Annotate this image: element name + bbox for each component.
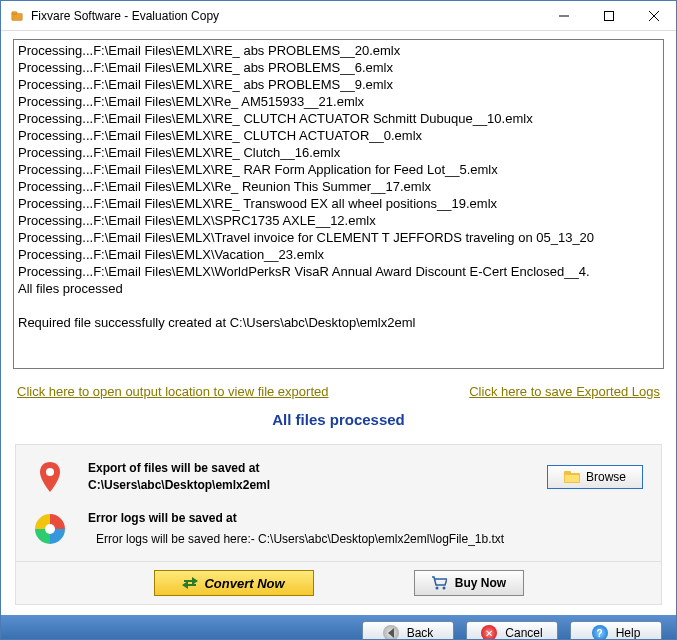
footer: Back ✕ Cancel ? Help: [1, 615, 676, 640]
convert-label: Convert Now: [204, 576, 284, 591]
export-label: Export of files will be saved at: [88, 460, 547, 477]
action-row: Convert Now Buy Now: [15, 562, 662, 605]
buy-button[interactable]: Buy Now: [414, 570, 524, 596]
window-title: Fixvare Software - Evaluation Copy: [31, 9, 541, 23]
svg-point-11: [435, 587, 438, 590]
cancel-label: Cancel: [505, 626, 542, 640]
svg-rect-1: [12, 11, 17, 14]
maximize-button[interactable]: [586, 1, 631, 30]
cancel-icon: ✕: [481, 625, 497, 640]
convert-button[interactable]: Convert Now: [154, 570, 314, 596]
cancel-button[interactable]: ✕ Cancel: [466, 621, 558, 640]
export-location-row: Export of files will be saved at C:\User…: [34, 457, 643, 497]
back-button[interactable]: Back: [362, 621, 454, 640]
close-button[interactable]: [631, 1, 676, 30]
svg-point-12: [442, 587, 445, 590]
cart-icon: [431, 576, 447, 590]
minimize-button[interactable]: [541, 1, 586, 30]
back-label: Back: [407, 626, 434, 640]
export-path: C:\Users\abc\Desktop\emlx2eml: [88, 477, 547, 494]
error-path: Error logs will be saved here:- C:\Users…: [88, 527, 643, 548]
app-icon: [9, 8, 25, 24]
settings-panel: Export of files will be saved at C:\User…: [15, 444, 662, 562]
buy-label: Buy Now: [455, 576, 506, 590]
svg-rect-9: [565, 475, 579, 482]
open-output-link[interactable]: Click here to open output location to vi…: [17, 384, 328, 399]
folder-icon: [564, 471, 580, 483]
help-icon: ?: [592, 625, 608, 640]
svg-rect-8: [564, 471, 571, 475]
titlebar: Fixvare Software - Evaluation Copy: [1, 1, 676, 31]
svg-rect-3: [604, 11, 613, 20]
pie-chart-icon: [34, 513, 66, 545]
save-logs-link[interactable]: Click here to save Exported Logs: [469, 384, 660, 399]
log-output[interactable]: [13, 39, 664, 369]
error-label: Error logs will be saved at: [88, 510, 643, 527]
convert-icon: [182, 576, 198, 590]
status-text: All files processed: [13, 407, 664, 444]
svg-point-6: [46, 468, 54, 476]
back-icon: [383, 625, 399, 640]
browse-button[interactable]: Browse: [547, 465, 643, 489]
svg-point-10: [45, 524, 55, 534]
help-button[interactable]: ? Help: [570, 621, 662, 640]
location-pin-icon: [34, 461, 66, 493]
error-log-row: Error logs will be saved at Error logs w…: [34, 509, 643, 549]
help-label: Help: [616, 626, 641, 640]
browse-label: Browse: [586, 470, 626, 484]
window-controls: [541, 1, 676, 30]
